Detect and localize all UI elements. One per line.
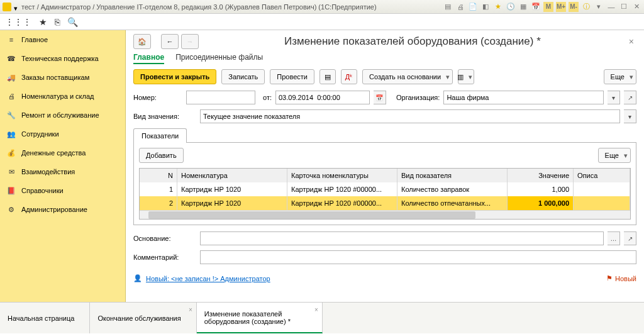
page-close-button[interactable]: × [626,36,636,47]
sidebar-item-support[interactable]: ☎Техническая поддержка [0,49,125,68]
sidebar-item-employees[interactable]: 👥Сотрудники [0,125,125,143]
author-link[interactable]: Новый: <не записан !> Администратор [146,275,270,282]
titlebar: ▾ тест / Администратор / Управление IT-о… [0,0,644,14]
star-icon[interactable]: ★ [39,17,47,27]
print-menu-button[interactable]: ▥ [458,69,474,84]
calc-icon[interactable]: ▦ [518,2,528,12]
sidebar-item-interact[interactable]: ✉Взаимодействия [0,162,125,181]
back-button[interactable]: ← [161,34,179,49]
org-input[interactable] [443,91,604,104]
sidebar-item-label: Номенклатура и склад [21,92,94,100]
page-title: Изменение показателей оборудования (созд… [201,35,624,48]
sidebar-item-repair[interactable]: 🔧Ремонт и обслуживание [0,106,125,125]
add-row-button[interactable]: Добавить [139,148,184,163]
date-picker-button[interactable]: 📅 [374,91,386,104]
maximize-button[interactable]: ☐ [619,2,629,12]
table-more-button[interactable]: Еще [598,148,631,163]
create-based-button[interactable]: Создать на основании [362,69,453,84]
cell-nom: Картридж HP 1020 [177,182,287,196]
grid-hscroll[interactable] [140,210,630,219]
print-icon[interactable]: 🖨 [455,2,465,12]
window-tab-service-end[interactable]: Окончание обслуживания× [90,303,196,333]
money-icon: 💰 [6,148,16,158]
basis-select-button[interactable]: … [608,231,620,245]
table-row[interactable]: 1 Картридж HP 1020 Картридж HP 1020 #000… [140,182,630,196]
window-tab-start[interactable]: Начальная страница [0,303,90,333]
sidebar-item-main[interactable]: ≡Главное [0,30,125,49]
col-kart[interactable]: Карточка номенклатуры [287,169,397,182]
basis-open-button[interactable]: ↗ [624,231,636,245]
number-input[interactable] [186,91,255,104]
cell-nom: Картридж HP 1020 [177,196,287,210]
post-button[interactable]: Провести [270,69,314,84]
table-row[interactable]: 2 Картридж HP 1020 Картридж HP 1020 #000… [140,196,630,210]
kind-dropdown-button[interactable]: ▾ [624,109,636,123]
col-op[interactable]: Описа [574,169,630,182]
window-tab-label: Окончание обслуживания [97,315,180,322]
dropdown-icon[interactable]: ▾ [14,4,19,9]
post-and-close-button[interactable]: Провести и закрыть [133,69,216,84]
content-area: 🏠 ← → Изменение показателей оборудования… [126,30,644,302]
preview-icon[interactable]: ▤ [443,2,453,12]
doc-icon[interactable]: 📄 [468,2,478,12]
basis-input[interactable] [200,231,604,245]
more-button[interactable]: Еще [604,69,636,84]
sidebar-item-orders[interactable]: 🚚Заказы поставщикам [0,68,125,87]
col-zn[interactable]: Значение [508,169,574,182]
sidebar-item-refs[interactable]: 📕Справочники [0,181,125,200]
quickbar: ⋮⋮⋮ ★ ⎘ 🔍 [0,14,644,30]
mem-m-minus[interactable]: M- [569,2,579,12]
sidebar-item-label: Администрирование [21,206,87,213]
home-button[interactable]: 🏠 [133,34,151,49]
minimize-button[interactable]: — [606,2,616,12]
forward-button[interactable]: → [181,34,199,49]
debit-credit-button[interactable]: Дᵏ [341,69,357,84]
info-icon[interactable]: ⓘ [581,2,591,12]
status-text: Новый [615,275,636,282]
comment-input[interactable] [200,250,636,264]
mem-m-plus[interactable]: M+ [556,2,566,12]
sidebar-item-nomen[interactable]: 🖨Номенклатура и склад [0,87,125,106]
org-open-button[interactable]: ↗ [624,91,636,104]
basis-label: Основание: [133,235,196,242]
subtab-main[interactable]: Главное [133,53,164,64]
from-label: от: [263,94,272,101]
clipboard-icon[interactable]: ⎘ [55,17,60,27]
cell-n: 1 [140,182,177,196]
apps-icon[interactable]: ⋮⋮⋮ [5,17,31,27]
search-icon[interactable]: 🔍 [67,17,78,27]
cell-vid: Количество заправок [397,182,508,196]
table-more-label: Еще [605,152,619,159]
more-label: Еще [611,73,625,81]
kind-input[interactable] [200,109,620,123]
org-dropdown-button[interactable]: ▾ [608,91,620,104]
close-button[interactable]: ✕ [631,2,641,12]
report-button[interactable]: ▤ [319,69,336,84]
favorite-icon[interactable]: ★ [493,2,503,12]
subtab-files[interactable]: Присоединенные файлы [175,53,263,64]
save-button[interactable]: Записать [221,69,265,84]
app-logo-icon [3,3,11,11]
sidebar: ≡Главное ☎Техническая поддержка 🚚Заказы … [0,30,126,302]
gear-icon: ⚙ [6,204,16,214]
calendar-icon[interactable]: 📅 [531,2,541,12]
people-icon: 👥 [6,129,16,139]
tab-close-icon[interactable]: × [314,306,318,313]
org-label: Организация: [396,94,440,101]
user-icon: 👤 [133,274,142,282]
col-n[interactable]: N [140,169,177,182]
compare-icon[interactable]: ◧ [480,2,491,12]
dropdown-icon[interactable]: ▾ [594,2,604,12]
date-input[interactable] [275,91,370,104]
window-tabs: Начальная страница Окончание обслуживани… [0,302,644,333]
kind-label: Вид значения: [133,113,196,120]
sidebar-item-money[interactable]: 💰Денежные средства [0,143,125,162]
col-nom[interactable]: Номенклатура [177,169,287,182]
tab-close-icon[interactable]: × [189,306,192,313]
col-vid[interactable]: Вид показателя [397,169,508,182]
window-tab-current[interactable]: Изменение показателей оборудования (созд… [197,303,323,333]
tab-indicators[interactable]: Показатели [133,128,187,143]
history-icon[interactable]: 🕓 [506,2,516,12]
sidebar-item-admin[interactable]: ⚙Администрирование [0,200,125,219]
mem-m[interactable]: M [543,2,553,12]
